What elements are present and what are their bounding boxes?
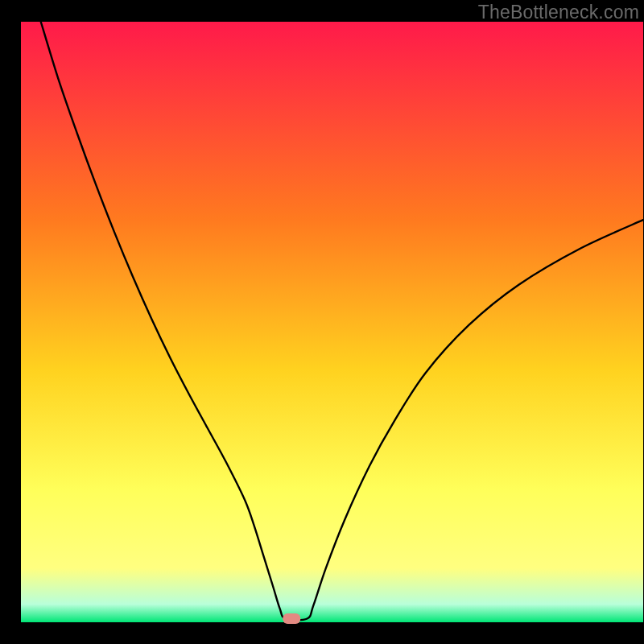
- chart-container: TheBottleneck.com: [0, 0, 644, 644]
- optimum-marker: [283, 613, 300, 624]
- bottleneck-chart: [0, 0, 644, 644]
- watermark-text: TheBottleneck.com: [478, 2, 639, 23]
- plot-background: [21, 22, 643, 622]
